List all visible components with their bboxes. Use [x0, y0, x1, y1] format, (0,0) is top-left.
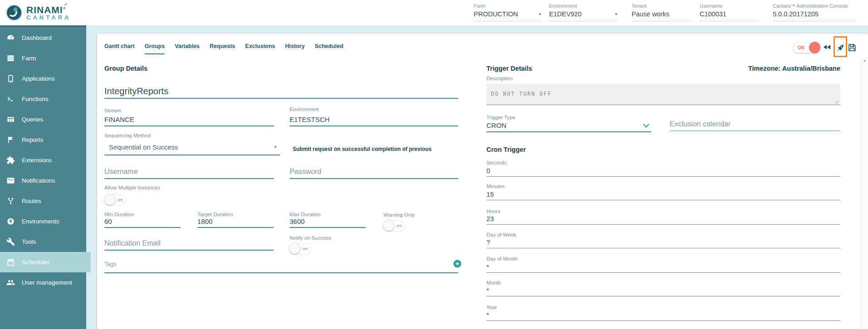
console-version-value: 5.0.0.20171205 — [773, 10, 819, 18]
sidebar-item-label: Environments — [22, 218, 59, 225]
tab-gantt-chart[interactable]: Gantt chart — [104, 43, 135, 54]
environment-input[interactable] — [289, 116, 458, 126]
tab-requests[interactable]: Requests — [210, 43, 235, 54]
exclusion-calendar-input[interactable] — [670, 120, 840, 131]
environment-label: Environment — [549, 3, 618, 9]
sidebar-item-label: Extensions — [22, 157, 52, 164]
cron-day-of-month-input[interactable] — [486, 263, 840, 273]
sidebar-item-functions[interactable]: Functions — [0, 89, 86, 109]
environment-select[interactable]: Environment E1DEV920▼ — [549, 3, 618, 21]
timezone-label: Timezone: Australia/Brisbane — [748, 65, 840, 72]
scrollbar-up-icon[interactable]: ▲ — [861, 57, 868, 63]
sequencing-method-label: Sequencing Method — [104, 133, 151, 138]
stream-label: Stream — [104, 108, 121, 113]
sidebar-item-label: Notifications — [22, 177, 55, 184]
group-password-input[interactable] — [289, 168, 458, 179]
cron-month-input[interactable] — [486, 286, 840, 296]
sidebar-item-label: Dashboard — [22, 34, 52, 41]
top-header: RINAMI® CANTARA ✓ Farm PRODUCTION▼ Envir… — [0, 0, 868, 25]
warning-only-toggle[interactable]: OFF — [383, 220, 405, 232]
resize-handle-icon[interactable] — [835, 100, 839, 104]
sidebar-item-routes[interactable]: Routes — [0, 191, 86, 211]
notify-on-success-toggle[interactable]: OFF — [289, 243, 311, 255]
toggle-knob[interactable] — [104, 194, 115, 205]
tab-history[interactable]: History — [285, 43, 304, 54]
sidebar-nav: Dashboard Farm Applications Functions Qu… — [0, 25, 86, 329]
toggle-knob[interactable] — [289, 243, 300, 254]
group-enabled-toggle[interactable]: ON — [793, 42, 820, 53]
sidebar-item-scheduler[interactable]: Scheduler — [0, 252, 91, 272]
logo-line2: CANTARA — [26, 15, 71, 21]
chevron-down-icon[interactable] — [642, 123, 650, 128]
tab-groups[interactable]: Groups — [145, 43, 165, 54]
servers-icon — [6, 54, 15, 63]
max-duration-input[interactable] — [289, 218, 366, 228]
cron-year-input[interactable] — [486, 311, 840, 321]
cron-seconds-input[interactable] — [486, 167, 840, 177]
registered-mark: ® — [63, 6, 66, 10]
sidebar-item-label: Functions — [22, 96, 49, 102]
sidebar-item-tools[interactable]: Tools — [0, 232, 86, 252]
add-tag-button[interactable] — [453, 260, 461, 268]
sequencing-method-select[interactable]: Sequential on Success ▼ — [104, 143, 280, 155]
description-textarea[interactable]: DO NOT TURN OFF — [486, 84, 840, 105]
cron-minutes-label: Minutes — [486, 184, 505, 189]
flag-icon — [6, 135, 15, 144]
sidebar-item-farm[interactable]: Farm — [0, 48, 86, 68]
console-version-field: Cantara™ Administration Console 5.0.0.20… — [773, 3, 856, 21]
vertical-scrollbar[interactable]: ▲ — [860, 57, 868, 329]
sidebar-item-label: Farm — [22, 55, 36, 62]
fast-rewind-icon[interactable] — [822, 43, 832, 52]
cron-seconds-label: Seconds — [486, 160, 507, 165]
sidebar-item-notifications[interactable]: Notifications — [0, 170, 86, 191]
min-duration-input[interactable] — [104, 218, 181, 228]
toggle-off-label: OFF — [117, 198, 123, 202]
cron-hours-input[interactable] — [486, 215, 840, 225]
annotation-highlight — [834, 36, 847, 57]
cron-day-of-week-input[interactable] — [486, 238, 840, 248]
dropdown-arrow-icon[interactable]: ▼ — [538, 12, 542, 16]
sidebar-item-label: User management — [22, 279, 72, 286]
logo-check-icon: ✓ — [64, 2, 68, 7]
tab-exclusions[interactable]: Exclusions — [245, 43, 275, 54]
toggle-knob[interactable] — [383, 220, 394, 231]
sidebar-item-user-management[interactable]: User management — [0, 272, 86, 293]
sequencing-method-value: Sequential on Success — [104, 143, 280, 155]
puzzle-icon — [6, 156, 15, 164]
sidebar-item-label: Routes — [22, 198, 41, 204]
sidebar-item-reports[interactable]: Reports — [0, 130, 86, 150]
target-duration-input[interactable] — [197, 218, 274, 228]
trigger-type-label: Trigger Type — [486, 115, 515, 120]
description-label: Description — [486, 76, 513, 81]
tab-variables[interactable]: Variables — [175, 43, 200, 54]
tags-input[interactable] — [104, 256, 458, 273]
sidebar-item-environments[interactable]: Environments — [0, 211, 86, 232]
save-icon[interactable] — [848, 43, 857, 52]
max-duration-label: Max Duration — [289, 212, 320, 217]
trigger-details-title: Trigger Details — [486, 65, 532, 72]
sidebar-item-label: Scheduler — [22, 259, 49, 266]
cron-minutes-input[interactable] — [486, 190, 840, 200]
sidebar-item-dashboard[interactable]: Dashboard — [0, 28, 86, 48]
toggle-knob[interactable] — [809, 42, 820, 53]
dropdown-arrow-icon[interactable]: ▼ — [614, 12, 618, 16]
group-username-input[interactable] — [104, 168, 274, 179]
sidebar-item-extensions[interactable]: Extensions — [0, 150, 86, 170]
group-name-input[interactable] — [104, 86, 458, 99]
stream-input[interactable] — [104, 116, 274, 126]
rinami-logo — [5, 3, 24, 24]
sidebar-item-queries[interactable]: Queries — [0, 109, 86, 130]
trigger-type-select[interactable] — [486, 121, 651, 132]
farm-select[interactable]: Farm PRODUCTION▼ — [474, 3, 542, 21]
app-window: RINAMI® CANTARA ✓ Farm PRODUCTION▼ Envir… — [0, 0, 868, 329]
toggle-off-label: OFF — [302, 247, 308, 251]
allow-multiple-toggle[interactable]: OFF — [104, 194, 126, 206]
sidebar-item-applications[interactable]: Applications — [0, 68, 86, 89]
scheduler-tabs: Gantt chart Groups Variables Requests Ex… — [104, 43, 343, 54]
notification-email-input[interactable] — [104, 239, 274, 251]
min-duration-label: Min Duration — [104, 212, 134, 217]
toggle-off-label: OFF — [396, 224, 402, 227]
tab-scheduled[interactable]: Scheduled — [314, 43, 343, 54]
people-icon — [6, 278, 15, 287]
fork-icon — [6, 197, 15, 205]
